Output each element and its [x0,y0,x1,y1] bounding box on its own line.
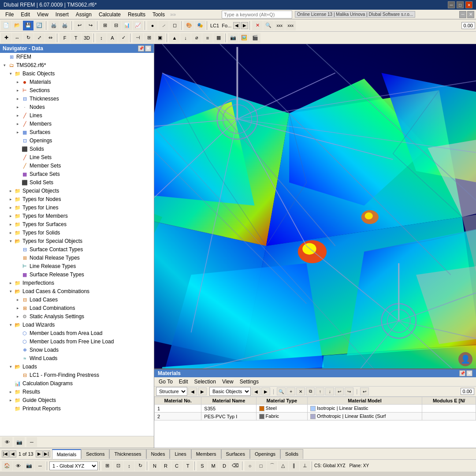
tree-member-area-load[interactable]: ⬡ Member Loads from Area Load [14,329,154,338]
surface-btn[interactable]: ◻ [169,21,180,30]
basic-objects-select[interactable]: Basic Objects [209,387,251,396]
tree-snow-loads[interactable]: ❄ Snow Loads [14,346,154,354]
dimension-btn[interactable]: ↕ [96,33,107,43]
undo-btn[interactable]: ↩ [74,21,85,30]
tree-static-analysis[interactable]: ▸ ⚙ Static Analysis Settings [14,312,154,321]
support-btn[interactable]: ▲ [169,33,180,43]
menu-edit[interactable]: Edit [17,11,33,19]
mat-add-btn[interactable]: + [286,387,295,395]
text-btn[interactable]: A [107,33,118,43]
tree-load-wizards[interactable]: ▾ 📂 Load Wizards [7,321,154,329]
bt-cam-btn[interactable]: 📷 [24,461,34,471]
tab-openings[interactable]: Openings [250,449,280,459]
tree-member-sets[interactable]: ╱ Member Sets [14,162,154,170]
snap-btn[interactable]: ✚ [1,33,11,43]
bt-arr-btn[interactable]: ↕ [124,461,134,471]
mat-settings[interactable]: Settings [237,378,261,385]
render-btn[interactable]: 🎨 [184,21,194,30]
mat-close-btn[interactable]: ✕ [466,370,472,376]
view-front[interactable]: F [60,33,70,43]
tab-lines[interactable]: Lines [170,449,191,459]
mat-basic-prev-btn[interactable]: ◀ [252,387,260,395]
panel-close-btn[interactable]: ✕ [467,11,474,18]
tree-lines[interactable]: ▸ ╱ Lines [14,112,154,120]
tree-nodes[interactable]: ▸ · Nodes [14,103,154,112]
tree-imperfections[interactable]: ▸ 📁 Imperfections [7,279,154,287]
tree-surface-contact[interactable]: ⊟ Surface Contact Types [14,245,154,254]
mat-down-btn[interactable]: ↓ [325,387,334,395]
bt-d1-btn[interactable]: D [219,461,230,471]
mat-view[interactable]: View [219,378,236,385]
tree-members[interactable]: ▸ ╱ Members [14,120,154,128]
view-3d[interactable]: 3D [82,33,92,43]
mat-filter-btn[interactable]: 🔍 [277,387,286,395]
frame-btn[interactable]: ⊞ [144,33,154,43]
table-btn[interactable]: 📊 [122,21,132,30]
mat-row-1[interactable]: 1 S355 Steel Isotropic | Linear Elastic [155,405,476,413]
move-btn[interactable]: ↔ [12,33,22,43]
rotate-btn[interactable]: ↻ [23,33,33,43]
tab-thicknesses[interactable]: Thicknesses [109,449,146,459]
tree-types-lines[interactable]: ▸ 📁 Types for Lines [7,204,154,212]
bt-t1-btn[interactable]: T [182,461,193,471]
menu-results[interactable]: Results [124,11,149,19]
tree-thicknesses[interactable]: ▸ ⊟ Thicknesses [14,95,154,103]
tree-special-objects[interactable]: ▸ 📁 Special Objects [7,187,154,195]
menu-calculate[interactable]: Calculate [95,11,124,19]
tree-lc1[interactable]: ⊟ LC1 - Form-Finding Prestress [14,371,154,379]
tree-printout[interactable]: 📁 Printout Reports [7,405,154,413]
tree-rfem[interactable]: ⊞ RFEM [0,53,154,61]
tree-types-special[interactable]: ▾ 📂 Types for Special Objects [7,237,154,245]
redo-btn[interactable]: ↪ [85,21,96,30]
tree-types-surfaces[interactable]: ▸ 📁 Types for Surfaces [7,220,154,229]
panel-minimize-btn[interactable]: ─ [459,11,466,18]
bt-c1-btn[interactable]: C [171,461,182,471]
bt-tri-btn[interactable]: △ [278,461,288,471]
bt-side-btn[interactable]: ⊡ [113,461,123,471]
section-btn[interactable]: ⊣ [133,33,143,43]
camera-btn[interactable]: 📷 [228,33,238,43]
bt-circ-btn[interactable]: ○ [245,461,255,471]
menu-file[interactable]: File [2,11,17,19]
check-btn[interactable]: ✓ [118,33,129,43]
lc-next-btn[interactable]: ▶ [241,22,248,29]
tree-sections[interactable]: ▸ ⊢ Sections [14,86,154,95]
mat-edit[interactable]: Edit [176,378,191,385]
node-btn[interactable]: ● [147,21,158,30]
new-btn[interactable]: 📄 [1,21,11,30]
tab-next-btn[interactable]: ▶ [36,450,43,457]
tree-line-sets[interactable]: ╱ Line Sets [14,153,154,162]
tab-first-btn[interactable]: |◀ [2,450,9,457]
tree-surface-release[interactable]: ▦ Surface Release Types [14,271,154,279]
save-btn[interactable]: 💾 [23,21,33,30]
navigator-tree[interactable]: ⊞ RFEM ▾ 🗂 TMS062.rf6* ▾ 📁 Basic Objects… [0,53,154,436]
mat-copy-btn[interactable]: ⧉ [306,387,315,395]
bar-btn[interactable]: 📈 [133,21,143,30]
tree-load-cases-combo[interactable]: ▾ 📂 Load Cases & Combinations [7,287,154,296]
bt-home-btn[interactable]: 🏠 [2,461,12,471]
mat-pin-btn[interactable]: 📌 [459,370,465,376]
bt-n1-btn[interactable]: N [149,461,160,471]
tree-types-members[interactable]: ▸ 📁 Types for Members [7,212,154,220]
tree-calc-diagrams[interactable]: 📊 Calculation Diagrams [7,379,154,388]
search-input[interactable] [222,11,292,19]
mirror-btn[interactable]: ⇔ [45,33,56,43]
tab-surfaces[interactable]: Surfaces [221,449,250,459]
tree-surface-sets[interactable]: ▦ Surface Sets [14,170,154,178]
mat-import-btn[interactable]: ↩ [335,387,344,395]
tree-materials[interactable]: ▸ ● Materials [14,78,154,86]
mat-next-btn[interactable]: ▶ [198,387,207,395]
screenshot-btn[interactable]: 🖼️ [239,33,249,43]
bt-rot1-btn[interactable]: ↻ [135,461,145,471]
tree-member-free-line[interactable]: ⬡ Member Loads from Free Line Load [14,338,154,346]
tree-solid-sets[interactable]: ⬛ Solid Sets [14,178,154,187]
mat-selection[interactable]: Selection [192,378,219,385]
nav-close-btn[interactable]: ✕ [145,45,151,52]
mat-up-btn[interactable]: ↑ [316,387,324,395]
tree-loads[interactable]: ▾ 📂 Loads [7,363,154,371]
tree-load-cases[interactable]: ▸ ⊟ Load Cases [14,296,154,304]
bt-perp-btn[interactable]: ⊥ [300,461,310,471]
tree-types-nodes[interactable]: ▸ 📁 Types for Nodes [7,195,154,204]
tree-load-combos[interactable]: ▸ ⊞ Load Combinations [14,304,154,312]
tab-members[interactable]: Members [191,449,221,459]
